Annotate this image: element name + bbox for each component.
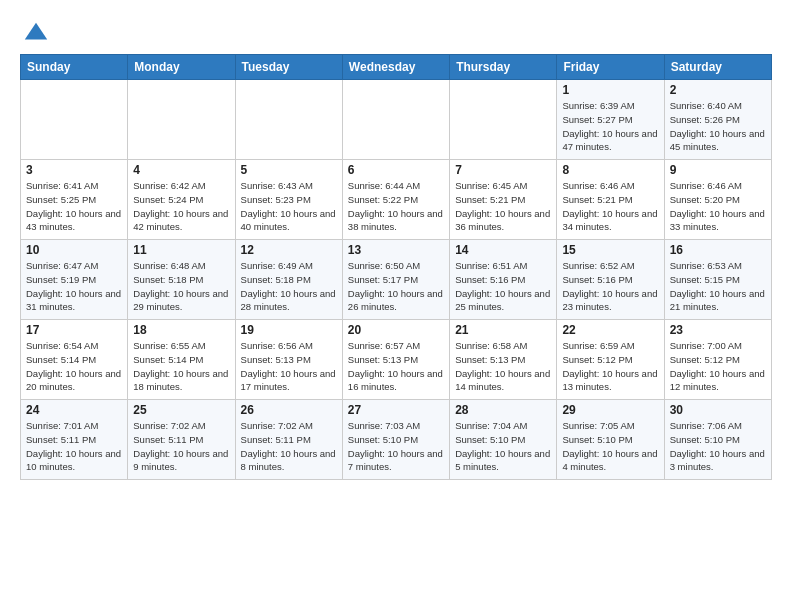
day-info: Sunrise: 7:06 AM Sunset: 5:10 PM Dayligh… xyxy=(670,419,766,474)
weekday-header-thursday: Thursday xyxy=(450,55,557,80)
calendar-cell: 30Sunrise: 7:06 AM Sunset: 5:10 PM Dayli… xyxy=(664,400,771,480)
day-info: Sunrise: 6:52 AM Sunset: 5:16 PM Dayligh… xyxy=(562,259,658,314)
day-number: 3 xyxy=(26,163,122,177)
calendar-cell: 12Sunrise: 6:49 AM Sunset: 5:18 PM Dayli… xyxy=(235,240,342,320)
day-info: Sunrise: 6:46 AM Sunset: 5:20 PM Dayligh… xyxy=(670,179,766,234)
calendar-cell xyxy=(21,80,128,160)
calendar-cell: 3Sunrise: 6:41 AM Sunset: 5:25 PM Daylig… xyxy=(21,160,128,240)
calendar-cell: 7Sunrise: 6:45 AM Sunset: 5:21 PM Daylig… xyxy=(450,160,557,240)
page-container: SundayMondayTuesdayWednesdayThursdayFrid… xyxy=(0,0,792,490)
day-info: Sunrise: 6:48 AM Sunset: 5:18 PM Dayligh… xyxy=(133,259,229,314)
day-info: Sunrise: 7:04 AM Sunset: 5:10 PM Dayligh… xyxy=(455,419,551,474)
weekday-header-row: SundayMondayTuesdayWednesdayThursdayFrid… xyxy=(21,55,772,80)
day-number: 16 xyxy=(670,243,766,257)
day-info: Sunrise: 6:54 AM Sunset: 5:14 PM Dayligh… xyxy=(26,339,122,394)
day-info: Sunrise: 7:02 AM Sunset: 5:11 PM Dayligh… xyxy=(241,419,337,474)
day-info: Sunrise: 7:01 AM Sunset: 5:11 PM Dayligh… xyxy=(26,419,122,474)
day-number: 14 xyxy=(455,243,551,257)
day-info: Sunrise: 6:44 AM Sunset: 5:22 PM Dayligh… xyxy=(348,179,444,234)
day-info: Sunrise: 6:49 AM Sunset: 5:18 PM Dayligh… xyxy=(241,259,337,314)
day-info: Sunrise: 6:39 AM Sunset: 5:27 PM Dayligh… xyxy=(562,99,658,154)
weekday-header-monday: Monday xyxy=(128,55,235,80)
day-number: 27 xyxy=(348,403,444,417)
day-number: 30 xyxy=(670,403,766,417)
day-number: 26 xyxy=(241,403,337,417)
calendar-cell: 27Sunrise: 7:03 AM Sunset: 5:10 PM Dayli… xyxy=(342,400,449,480)
day-number: 21 xyxy=(455,323,551,337)
day-info: Sunrise: 6:42 AM Sunset: 5:24 PM Dayligh… xyxy=(133,179,229,234)
day-info: Sunrise: 6:57 AM Sunset: 5:13 PM Dayligh… xyxy=(348,339,444,394)
calendar-cell: 14Sunrise: 6:51 AM Sunset: 5:16 PM Dayli… xyxy=(450,240,557,320)
calendar-cell xyxy=(235,80,342,160)
day-info: Sunrise: 7:03 AM Sunset: 5:10 PM Dayligh… xyxy=(348,419,444,474)
day-number: 5 xyxy=(241,163,337,177)
day-info: Sunrise: 6:43 AM Sunset: 5:23 PM Dayligh… xyxy=(241,179,337,234)
calendar-cell: 29Sunrise: 7:05 AM Sunset: 5:10 PM Dayli… xyxy=(557,400,664,480)
day-number: 24 xyxy=(26,403,122,417)
day-info: Sunrise: 7:00 AM Sunset: 5:12 PM Dayligh… xyxy=(670,339,766,394)
day-number: 17 xyxy=(26,323,122,337)
calendar-week-row: 3Sunrise: 6:41 AM Sunset: 5:25 PM Daylig… xyxy=(21,160,772,240)
calendar-cell xyxy=(450,80,557,160)
day-info: Sunrise: 6:56 AM Sunset: 5:13 PM Dayligh… xyxy=(241,339,337,394)
logo-icon xyxy=(22,20,50,48)
day-number: 4 xyxy=(133,163,229,177)
calendar-week-row: 24Sunrise: 7:01 AM Sunset: 5:11 PM Dayli… xyxy=(21,400,772,480)
calendar-cell: 21Sunrise: 6:58 AM Sunset: 5:13 PM Dayli… xyxy=(450,320,557,400)
weekday-header-tuesday: Tuesday xyxy=(235,55,342,80)
day-info: Sunrise: 6:51 AM Sunset: 5:16 PM Dayligh… xyxy=(455,259,551,314)
day-number: 13 xyxy=(348,243,444,257)
calendar-cell: 28Sunrise: 7:04 AM Sunset: 5:10 PM Dayli… xyxy=(450,400,557,480)
weekday-header-saturday: Saturday xyxy=(664,55,771,80)
day-info: Sunrise: 7:05 AM Sunset: 5:10 PM Dayligh… xyxy=(562,419,658,474)
calendar-week-row: 10Sunrise: 6:47 AM Sunset: 5:19 PM Dayli… xyxy=(21,240,772,320)
day-number: 18 xyxy=(133,323,229,337)
day-number: 11 xyxy=(133,243,229,257)
calendar-body: 1Sunrise: 6:39 AM Sunset: 5:27 PM Daylig… xyxy=(21,80,772,480)
day-number: 6 xyxy=(348,163,444,177)
calendar-cell: 2Sunrise: 6:40 AM Sunset: 5:26 PM Daylig… xyxy=(664,80,771,160)
calendar-cell: 5Sunrise: 6:43 AM Sunset: 5:23 PM Daylig… xyxy=(235,160,342,240)
calendar-cell xyxy=(342,80,449,160)
day-number: 12 xyxy=(241,243,337,257)
calendar-cell xyxy=(128,80,235,160)
calendar-cell: 23Sunrise: 7:00 AM Sunset: 5:12 PM Dayli… xyxy=(664,320,771,400)
day-number: 25 xyxy=(133,403,229,417)
day-info: Sunrise: 6:55 AM Sunset: 5:14 PM Dayligh… xyxy=(133,339,229,394)
calendar-week-row: 17Sunrise: 6:54 AM Sunset: 5:14 PM Dayli… xyxy=(21,320,772,400)
calendar-header: SundayMondayTuesdayWednesdayThursdayFrid… xyxy=(21,55,772,80)
header-area xyxy=(20,16,772,48)
calendar-cell: 10Sunrise: 6:47 AM Sunset: 5:19 PM Dayli… xyxy=(21,240,128,320)
day-info: Sunrise: 7:02 AM Sunset: 5:11 PM Dayligh… xyxy=(133,419,229,474)
calendar-cell: 9Sunrise: 6:46 AM Sunset: 5:20 PM Daylig… xyxy=(664,160,771,240)
calendar-cell: 22Sunrise: 6:59 AM Sunset: 5:12 PM Dayli… xyxy=(557,320,664,400)
day-info: Sunrise: 6:40 AM Sunset: 5:26 PM Dayligh… xyxy=(670,99,766,154)
weekday-header-friday: Friday xyxy=(557,55,664,80)
calendar-cell: 19Sunrise: 6:56 AM Sunset: 5:13 PM Dayli… xyxy=(235,320,342,400)
calendar-cell: 18Sunrise: 6:55 AM Sunset: 5:14 PM Dayli… xyxy=(128,320,235,400)
calendar-cell: 6Sunrise: 6:44 AM Sunset: 5:22 PM Daylig… xyxy=(342,160,449,240)
calendar-cell: 15Sunrise: 6:52 AM Sunset: 5:16 PM Dayli… xyxy=(557,240,664,320)
calendar-table: SundayMondayTuesdayWednesdayThursdayFrid… xyxy=(20,54,772,480)
day-number: 9 xyxy=(670,163,766,177)
calendar-week-row: 1Sunrise: 6:39 AM Sunset: 5:27 PM Daylig… xyxy=(21,80,772,160)
calendar-cell: 8Sunrise: 6:46 AM Sunset: 5:21 PM Daylig… xyxy=(557,160,664,240)
weekday-header-sunday: Sunday xyxy=(21,55,128,80)
calendar-cell: 4Sunrise: 6:42 AM Sunset: 5:24 PM Daylig… xyxy=(128,160,235,240)
calendar-cell: 26Sunrise: 7:02 AM Sunset: 5:11 PM Dayli… xyxy=(235,400,342,480)
day-number: 8 xyxy=(562,163,658,177)
calendar-cell: 16Sunrise: 6:53 AM Sunset: 5:15 PM Dayli… xyxy=(664,240,771,320)
day-info: Sunrise: 6:45 AM Sunset: 5:21 PM Dayligh… xyxy=(455,179,551,234)
logo xyxy=(20,20,50,48)
day-number: 10 xyxy=(26,243,122,257)
day-info: Sunrise: 6:59 AM Sunset: 5:12 PM Dayligh… xyxy=(562,339,658,394)
calendar-cell: 24Sunrise: 7:01 AM Sunset: 5:11 PM Dayli… xyxy=(21,400,128,480)
calendar-cell: 1Sunrise: 6:39 AM Sunset: 5:27 PM Daylig… xyxy=(557,80,664,160)
calendar-cell: 17Sunrise: 6:54 AM Sunset: 5:14 PM Dayli… xyxy=(21,320,128,400)
calendar-cell: 13Sunrise: 6:50 AM Sunset: 5:17 PM Dayli… xyxy=(342,240,449,320)
day-info: Sunrise: 6:47 AM Sunset: 5:19 PM Dayligh… xyxy=(26,259,122,314)
day-number: 20 xyxy=(348,323,444,337)
day-number: 7 xyxy=(455,163,551,177)
calendar-cell: 20Sunrise: 6:57 AM Sunset: 5:13 PM Dayli… xyxy=(342,320,449,400)
day-info: Sunrise: 6:46 AM Sunset: 5:21 PM Dayligh… xyxy=(562,179,658,234)
